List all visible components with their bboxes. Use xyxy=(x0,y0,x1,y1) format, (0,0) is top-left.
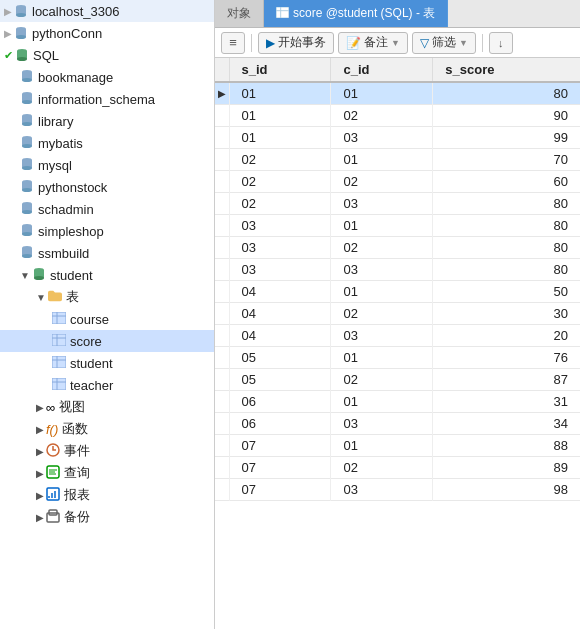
cell-s_score: 30 xyxy=(433,303,580,325)
table-row[interactable]: 040320 xyxy=(215,325,580,347)
collapse-icon: ▶ xyxy=(36,424,44,435)
table-row[interactable]: 040150 xyxy=(215,281,580,303)
col-header-s_score[interactable]: s_score xyxy=(433,58,580,82)
annotation-label: 备注 xyxy=(364,34,388,51)
sidebar-item-views-folder[interactable]: ▶ ∞ 视图 xyxy=(0,396,214,418)
svg-rect-42 xyxy=(52,334,66,346)
sidebar-item-mysql[interactable]: mysql xyxy=(0,154,214,176)
cell-s_score: 99 xyxy=(433,127,580,149)
sidebar-item-bookmanage[interactable]: bookmanage xyxy=(0,66,214,88)
expand-icon: ▼ xyxy=(20,270,30,281)
svg-point-17 xyxy=(22,122,32,126)
table-row[interactable]: 030280 xyxy=(215,237,580,259)
svg-point-20 xyxy=(22,144,32,148)
collapse-icon: ▶ xyxy=(36,446,44,457)
col-header-c_id[interactable]: c_id xyxy=(331,58,433,82)
cell-s_score: 60 xyxy=(433,171,580,193)
sidebar-item-simpleshop[interactable]: simpleshop xyxy=(0,220,214,242)
sidebar-label: 报表 xyxy=(64,486,90,504)
sidebar-label: 函数 xyxy=(62,420,88,438)
annotation-button[interactable]: 📝 备注 ▼ xyxy=(338,32,408,54)
table-row[interactable]: 020260 xyxy=(215,171,580,193)
data-table-container[interactable]: s_id c_id s_score ▶010180010290010399020… xyxy=(215,58,580,629)
main-panel: 对象 score @student (SQL) - 表 ≡ ▶ 开始事务 📝 备… xyxy=(215,0,580,629)
sidebar: ▶ localhost_3306 ▶ pythonConn ✔ SQL book… xyxy=(0,0,215,629)
row-arrow xyxy=(215,457,229,479)
tab-label: 对象 xyxy=(227,5,251,22)
tab-objects[interactable]: 对象 xyxy=(215,0,264,27)
sidebar-item-events-folder[interactable]: ▶ 事件 xyxy=(0,440,214,462)
row-arrow xyxy=(215,479,229,501)
sidebar-item-teacher[interactable]: teacher xyxy=(0,374,214,396)
cell-c_id: 01 xyxy=(331,82,433,105)
cell-c_id: 02 xyxy=(331,369,433,391)
table-row[interactable]: 020380 xyxy=(215,193,580,215)
sort-button[interactable]: ↓ xyxy=(489,32,513,54)
table-row[interactable]: 070398 xyxy=(215,479,580,501)
sidebar-item-functions-folder[interactable]: ▶ f() 函数 xyxy=(0,418,214,440)
cell-s_score: 88 xyxy=(433,435,580,457)
tab-score-sql[interactable]: score @student (SQL) - 表 xyxy=(264,0,448,27)
sidebar-item-score[interactable]: score xyxy=(0,330,214,352)
sidebar-item-student-db[interactable]: ▼ student xyxy=(0,264,214,286)
sidebar-label: 视图 xyxy=(59,398,85,416)
db-icon xyxy=(15,48,29,62)
data-table: s_id c_id s_score ▶010180010290010399020… xyxy=(215,58,580,501)
table-row[interactable]: 050176 xyxy=(215,347,580,369)
filter-dropdown-icon: ▼ xyxy=(459,38,468,48)
sidebar-item-sql[interactable]: ✔ SQL xyxy=(0,44,214,66)
collapse-icon: ▶ xyxy=(36,468,44,479)
table-row[interactable]: 070289 xyxy=(215,457,580,479)
row-arrow xyxy=(215,391,229,413)
table-row[interactable]: ▶010180 xyxy=(215,82,580,105)
table-row[interactable]: 050287 xyxy=(215,369,580,391)
cell-s_score: 70 xyxy=(433,149,580,171)
sidebar-item-student-table[interactable]: student xyxy=(0,352,214,374)
sidebar-item-pythonconn[interactable]: ▶ pythonConn xyxy=(0,22,214,44)
cell-s_score: 50 xyxy=(433,281,580,303)
cell-s_id: 05 xyxy=(229,347,331,369)
table-row[interactable]: 040230 xyxy=(215,303,580,325)
col-header-s_id[interactable]: s_id xyxy=(229,58,331,82)
sidebar-item-ssmbuild[interactable]: ssmbuild xyxy=(0,242,214,264)
table-row[interactable]: 020170 xyxy=(215,149,580,171)
table-row[interactable]: 030380 xyxy=(215,259,580,281)
sidebar-item-backup-folder[interactable]: ▶ 备份 xyxy=(0,506,214,528)
cell-s_id: 01 xyxy=(229,82,331,105)
table-row[interactable]: 070188 xyxy=(215,435,580,457)
svg-point-23 xyxy=(22,166,32,170)
sidebar-label: 表 xyxy=(66,288,79,306)
table-header-row: s_id c_id s_score xyxy=(215,58,580,82)
filter-button[interactable]: ▽ 筛选 ▼ xyxy=(412,32,476,54)
sidebar-item-queries-folder[interactable]: ▶ 查询 xyxy=(0,462,214,484)
sidebar-item-localhost[interactable]: ▶ localhost_3306 xyxy=(0,0,214,22)
table-row[interactable]: 060334 xyxy=(215,413,580,435)
menu-button[interactable]: ≡ xyxy=(221,32,245,54)
cell-c_id: 01 xyxy=(331,281,433,303)
table-row[interactable]: 060131 xyxy=(215,391,580,413)
sidebar-label: 查询 xyxy=(64,464,90,482)
table-row[interactable]: 030180 xyxy=(215,215,580,237)
sidebar-item-library[interactable]: library xyxy=(0,110,214,132)
svg-point-11 xyxy=(22,78,32,82)
begin-transaction-button[interactable]: ▶ 开始事务 xyxy=(258,32,334,54)
sidebar-item-reports-folder[interactable]: ▶ 报表 xyxy=(0,484,214,506)
table-row[interactable]: 010290 xyxy=(215,105,580,127)
row-arrow xyxy=(215,281,229,303)
views-icon: ∞ xyxy=(46,400,55,415)
sidebar-item-mybatis[interactable]: mybatis xyxy=(0,132,214,154)
toolbar-separator-2 xyxy=(482,34,483,52)
cell-s_score: 87 xyxy=(433,369,580,391)
sidebar-item-pythonstock[interactable]: pythonstock xyxy=(0,176,214,198)
row-arrow xyxy=(215,237,229,259)
sidebar-item-course[interactable]: course xyxy=(0,308,214,330)
sidebar-item-tables-folder[interactable]: ▼ 表 xyxy=(0,286,214,308)
sidebar-item-schadmin[interactable]: schadmin xyxy=(0,198,214,220)
cell-s_score: 89 xyxy=(433,457,580,479)
cell-s_id: 05 xyxy=(229,369,331,391)
connection-icon: ▶ xyxy=(4,28,12,39)
sidebar-item-information-schema[interactable]: information_schema xyxy=(0,88,214,110)
table-row[interactable]: 010399 xyxy=(215,127,580,149)
row-arrow xyxy=(215,259,229,281)
toolbar: ≡ ▶ 开始事务 📝 备注 ▼ ▽ 筛选 ▼ ↓ xyxy=(215,28,580,58)
